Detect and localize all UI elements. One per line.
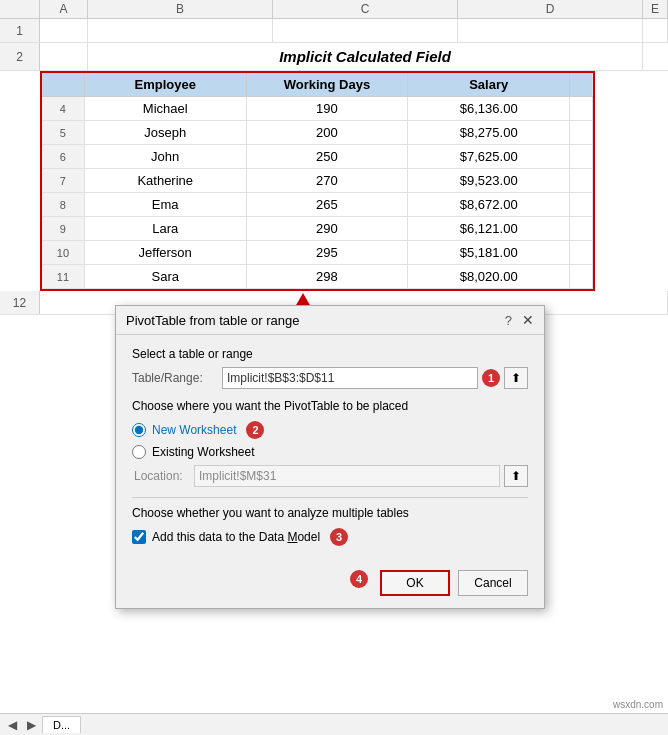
working-days[interactable]: 250 xyxy=(247,145,409,168)
col-header-e[interactable]: E xyxy=(643,0,668,18)
row-num-inset: 7 xyxy=(42,169,85,192)
employee-name[interactable]: Sara xyxy=(85,265,247,288)
tab-nav-right[interactable]: ▶ xyxy=(23,718,40,732)
row-num-inset: 5 xyxy=(42,121,85,144)
working-days[interactable]: 270 xyxy=(247,169,409,192)
row-num-inset: 6 xyxy=(42,145,85,168)
row-num: 2 xyxy=(0,43,40,70)
cell xyxy=(570,97,593,120)
table-range-row: Table/Range: 1 ⬆ xyxy=(132,367,528,389)
location-label: Location: xyxy=(134,469,194,483)
ok-button[interactable]: OK xyxy=(380,570,450,596)
help-icon[interactable]: ? xyxy=(505,313,512,328)
working-days[interactable]: 290 xyxy=(247,217,409,240)
working-days[interactable]: 190 xyxy=(247,97,409,120)
table-row: 4 Michael 190 $6,136.00 xyxy=(42,97,593,121)
table-row: 7 Katherine 270 $9,523.00 xyxy=(42,169,593,193)
working-days[interactable]: 298 xyxy=(247,265,409,288)
working-days[interactable]: 265 xyxy=(247,193,409,216)
employee-name[interactable]: Ema xyxy=(85,193,247,216)
row-num-inset: 8 xyxy=(42,193,85,216)
existing-worksheet-label: Existing Worksheet xyxy=(152,445,255,459)
cell xyxy=(570,73,593,96)
column-headers: A B C D E xyxy=(0,0,668,19)
cell[interactable] xyxy=(40,43,88,70)
table-range-select-button[interactable]: ⬆ xyxy=(504,367,528,389)
spreadsheet-title: Implicit Calculated Field xyxy=(88,43,643,70)
close-button[interactable]: ✕ xyxy=(522,312,534,328)
cell[interactable] xyxy=(273,19,458,42)
location-select-button[interactable]: ⬆ xyxy=(504,465,528,487)
salary[interactable]: $8,020.00 xyxy=(408,265,570,288)
location-row: Location: ⬆ xyxy=(134,465,528,487)
data-model-checkbox-row[interactable]: Add this data to the Data Model 3 xyxy=(132,528,528,546)
employee-name[interactable]: Jefferson xyxy=(85,241,247,264)
salary[interactable]: $5,181.00 xyxy=(408,241,570,264)
cell[interactable] xyxy=(458,19,643,42)
sheet-tab[interactable]: D... xyxy=(42,716,81,733)
badge-4: 4 xyxy=(350,570,368,588)
employee-name[interactable]: John xyxy=(85,145,247,168)
col-header-d[interactable]: D xyxy=(458,0,643,18)
table-row: 5 Joseph 200 $8,275.00 xyxy=(42,121,593,145)
row-num-inset: 4 xyxy=(42,97,85,120)
table-row: 6 John 250 $7,625.00 xyxy=(42,145,593,169)
dialog-footer: 4 OK Cancel xyxy=(116,562,544,608)
table-row: 8 Ema 265 $8,672.00 xyxy=(42,193,593,217)
table-row: 1 xyxy=(0,19,668,43)
new-worksheet-radio[interactable] xyxy=(132,423,146,437)
employee-name[interactable]: Joseph xyxy=(85,121,247,144)
table-header-row: Employee Working Days Salary xyxy=(42,73,593,97)
col-header-b[interactable]: B xyxy=(88,0,273,18)
cell xyxy=(570,217,593,240)
row-num-inset: 9 xyxy=(42,217,85,240)
salary[interactable]: $7,625.00 xyxy=(408,145,570,168)
table-row: 2 Implicit Calculated Field xyxy=(0,43,668,71)
employee-name[interactable]: Katherine xyxy=(85,169,247,192)
row-num-inset: 10 xyxy=(42,241,85,264)
salary[interactable]: $9,523.00 xyxy=(408,169,570,192)
cell[interactable] xyxy=(88,19,273,42)
row-num-inset: 11 xyxy=(42,265,85,288)
cell xyxy=(570,169,593,192)
badge-2: 2 xyxy=(246,421,264,439)
tab-bar: ◀ ▶ D... xyxy=(0,713,668,735)
salary[interactable]: $8,275.00 xyxy=(408,121,570,144)
salary[interactable]: $6,121.00 xyxy=(408,217,570,240)
data-model-checkbox[interactable] xyxy=(132,530,146,544)
col-working-days: Working Days xyxy=(247,73,409,96)
dialog-title: PivotTable from table or range xyxy=(126,313,299,328)
cell xyxy=(42,73,85,96)
table-row: 11 Sara 298 $8,020.00 xyxy=(42,265,593,289)
table-range-input[interactable] xyxy=(222,367,478,389)
working-days[interactable]: 295 xyxy=(247,241,409,264)
row-num: 1 xyxy=(0,19,40,42)
data-model-label: Add this data to the Data Model xyxy=(152,530,320,544)
working-days[interactable]: 200 xyxy=(247,121,409,144)
cell xyxy=(570,145,593,168)
employee-name[interactable]: Lara xyxy=(85,217,247,240)
table-range-label: Table/Range: xyxy=(132,371,222,385)
data-table: Employee Working Days Salary 4 Michael 1… xyxy=(40,71,595,291)
cancel-button[interactable]: Cancel xyxy=(458,570,528,596)
new-worksheet-radio-row[interactable]: New Worksheet 2 xyxy=(132,421,528,439)
dialog-controls: ? ✕ xyxy=(505,312,534,328)
col-header-c[interactable]: C xyxy=(273,0,458,18)
pivottable-dialog[interactable]: PivotTable from table or range ? ✕ Selec… xyxy=(115,305,545,609)
salary[interactable]: $6,136.00 xyxy=(408,97,570,120)
section3-label: Choose whether you want to analyze multi… xyxy=(132,506,528,520)
cell[interactable] xyxy=(643,19,668,42)
salary[interactable]: $8,672.00 xyxy=(408,193,570,216)
col-header-a[interactable]: A xyxy=(40,0,88,18)
existing-worksheet-radio[interactable] xyxy=(132,445,146,459)
cell[interactable] xyxy=(40,19,88,42)
tab-nav-left[interactable]: ◀ xyxy=(4,718,21,732)
existing-worksheet-radio-row[interactable]: Existing Worksheet xyxy=(132,445,528,459)
watermark: wsxdn.com xyxy=(613,699,663,710)
data-model-underline: M xyxy=(287,530,297,544)
new-worksheet-label: New Worksheet xyxy=(152,423,236,437)
employee-name[interactable]: Michael xyxy=(85,97,247,120)
row-num-header xyxy=(0,0,40,18)
location-input[interactable] xyxy=(194,465,500,487)
table-row: 10 Jefferson 295 $5,181.00 xyxy=(42,241,593,265)
